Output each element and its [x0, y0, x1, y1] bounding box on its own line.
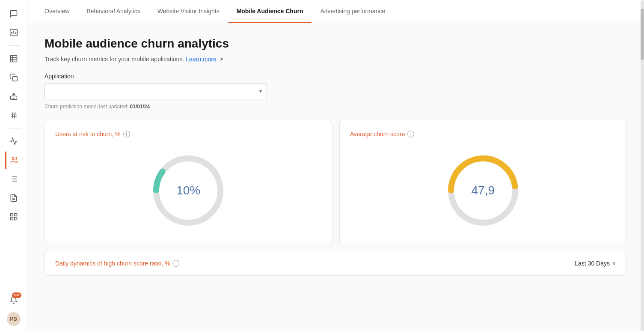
tab-overview[interactable]: Overview [36, 0, 78, 23]
analytics-icon[interactable] [5, 133, 22, 150]
application-label: Application [45, 73, 627, 80]
audience-icon[interactable] [5, 152, 22, 169]
date-filter-arrow-icon: ∨ [612, 260, 616, 266]
info-icon-churn[interactable]: i [407, 131, 414, 137]
card-title-churn: Average churn score [350, 131, 405, 137]
update-info: Churn prediction model last updated: 01/… [45, 104, 627, 110]
nav-tabs: Overview Behavioral Analytics Website Vi… [27, 0, 644, 23]
copy-icon[interactable] [5, 69, 22, 86]
notification-button[interactable]: 99+ [5, 292, 22, 309]
card-header-risk: Users at risk to churn, % i [55, 131, 322, 137]
avg-churn-card: Average churn score i 47,9 [339, 120, 627, 244]
svg-rect-1 [10, 56, 17, 62]
donut-value-risk: 10% [176, 184, 200, 197]
chat-icon[interactable] [5, 5, 22, 22]
users-at-risk-card: Users at risk to churn, % i 10% [45, 120, 332, 244]
sidebar-divider-2 [7, 128, 21, 128]
date-filter-label: Last 30 Days [575, 260, 610, 267]
main-content: Overview Behavioral Analytics Website Vi… [27, 0, 644, 331]
card-title-risk: Users at risk to churn, % [55, 131, 121, 137]
donut-risk: 10% [145, 148, 231, 233]
daily-dynamics-title: Daily dynamics of high churn score ratio… [55, 260, 170, 267]
report-icon[interactable] [5, 189, 22, 206]
daily-dynamics-left: Daily dynamics of high churn score ratio… [55, 260, 179, 267]
page-subtitle: Track key churn metrics for your mobile … [45, 56, 627, 63]
info-icon-daily[interactable]: i [172, 260, 179, 267]
sidebar-bottom: 99+ PB [5, 292, 22, 326]
donut-value-churn: 47,9 [472, 184, 495, 197]
info-icon-risk[interactable]: i [123, 131, 130, 137]
daily-dynamics-card: Daily dynamics of high churn score ratio… [45, 251, 627, 276]
svg-rect-18 [10, 214, 13, 216]
svg-point-9 [12, 157, 14, 159]
sidebar: 99+ PB [0, 0, 27, 331]
sidebar-divider-1 [7, 45, 21, 46]
svg-rect-20 [14, 218, 17, 220]
hash-icon[interactable] [5, 107, 22, 124]
update-date: 01/01/24 [130, 104, 150, 110]
scrollbar-thumb[interactable] [641, 9, 644, 60]
metrics-cards: Users at risk to churn, % i 10% [45, 120, 627, 244]
svg-line-8 [14, 112, 15, 119]
tab-visitor[interactable]: Website Visitor Insights [149, 0, 228, 23]
table-icon[interactable] [5, 50, 22, 67]
application-select[interactable] [45, 83, 267, 99]
notification-badge: 99+ [12, 292, 21, 298]
code-icon[interactable] [5, 24, 22, 41]
content-area: Mobile audience churn analytics Track ke… [27, 23, 644, 331]
svg-point-4 [13, 93, 14, 95]
robot-icon[interactable] [5, 88, 22, 105]
tab-advertising[interactable]: Advertising performance [312, 0, 394, 23]
svg-rect-2 [12, 77, 17, 81]
external-link-icon: ↗ [219, 57, 223, 63]
date-filter[interactable]: Last 30 Days ∨ [575, 260, 616, 267]
donut-churn: 47,9 [440, 148, 526, 233]
application-select-wrapper: ▾ [45, 83, 267, 99]
tab-behavioral[interactable]: Behavioral Analytics [78, 0, 148, 23]
svg-rect-19 [14, 214, 17, 216]
svg-line-7 [12, 112, 13, 119]
card-header-churn: Average churn score i [350, 131, 617, 137]
avatar[interactable]: PB [7, 312, 21, 326]
scrollbar[interactable] [641, 0, 644, 331]
svg-rect-21 [10, 218, 13, 220]
learn-more-link[interactable]: Learn more [186, 56, 217, 63]
list-icon[interactable] [5, 170, 22, 188]
tab-mobile[interactable]: Mobile Audience Churn [228, 0, 312, 23]
page-title: Mobile audience churn analytics [45, 37, 627, 51]
grid-icon[interactable] [5, 208, 22, 225]
